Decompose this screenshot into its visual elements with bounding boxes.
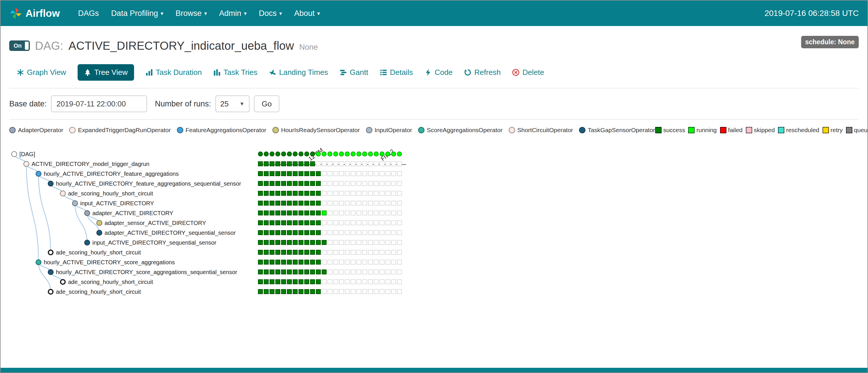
nav-docs[interactable]: Docs▾	[253, 1, 288, 26]
task-instance-cell[interactable]	[287, 279, 292, 284]
task-instance-cell[interactable]	[391, 289, 396, 294]
task-instance-cell[interactable]	[391, 201, 396, 206]
task-instance-cell[interactable]	[356, 240, 361, 245]
task-instance-cell[interactable]	[339, 270, 344, 274]
task-instance-cell[interactable]	[362, 230, 367, 235]
dag-run-indicator[interactable]	[339, 151, 344, 157]
nav-admin[interactable]: Admin▾	[213, 1, 253, 26]
task-instance-cell[interactable]	[316, 289, 321, 294]
task-instance-cell[interactable]	[333, 279, 338, 284]
task-instance-cell[interactable]	[362, 191, 367, 196]
task-instance-cell[interactable]	[379, 210, 384, 215]
task-instance-cell[interactable]	[316, 260, 321, 265]
task-instance-cell[interactable]	[385, 279, 390, 284]
nav-dags[interactable]: DAGs	[72, 1, 105, 26]
task-instance-cell[interactable]	[316, 161, 321, 166]
task-instance-cell[interactable]	[379, 230, 384, 235]
task-instance-cell[interactable]	[374, 161, 379, 166]
task-instance-cell[interactable]	[351, 260, 355, 265]
task-instance-cell[interactable]	[281, 171, 286, 176]
task-instance-cell[interactable]	[339, 210, 344, 215]
task-instance-cell[interactable]	[270, 210, 275, 215]
task-instance-cell[interactable]	[310, 230, 315, 235]
task-instance-cell[interactable]	[362, 201, 367, 206]
task-instance-cell[interactable]	[322, 181, 327, 186]
task-instance-cell[interactable]	[385, 240, 390, 245]
task-instance-cell[interactable]	[356, 181, 361, 186]
task-instance-cell[interactable]	[385, 220, 390, 225]
task-instance-cell[interactable]	[304, 161, 309, 166]
task-instance-cell[interactable]	[281, 260, 286, 265]
nav-browse[interactable]: Browse▾	[169, 1, 213, 26]
task-instance-cell[interactable]	[333, 210, 338, 215]
task-instance-cell[interactable]	[299, 279, 303, 284]
task-instance-cell[interactable]	[299, 250, 303, 255]
task-instance-cell[interactable]	[264, 171, 269, 176]
task-instance-cell[interactable]	[328, 260, 332, 265]
task-instance-cell[interactable]	[304, 240, 309, 245]
task-instance-cell[interactable]	[275, 171, 280, 176]
task-instance-cell[interactable]	[264, 260, 269, 265]
task-instance-cell[interactable]	[379, 191, 384, 196]
task-instance-cell[interactable]	[258, 210, 263, 215]
dag-run-indicator[interactable]	[351, 151, 355, 157]
task-instance-cell[interactable]	[351, 279, 355, 284]
task-instance-cell[interactable]	[281, 161, 286, 166]
task-instance-cell[interactable]	[333, 181, 338, 186]
task-instance-cell[interactable]	[356, 260, 361, 265]
dag-run-indicator[interactable]	[379, 151, 384, 157]
task-instance-cell[interactable]	[281, 191, 286, 196]
dag-run-indicator[interactable]	[322, 151, 327, 157]
task-instance-cell[interactable]	[351, 240, 355, 245]
task-instance-cell[interactable]	[299, 270, 303, 274]
task-instance-cell[interactable]	[328, 201, 332, 206]
task-instance-cell[interactable]	[345, 279, 350, 284]
task-instance-cell[interactable]	[281, 230, 286, 235]
task-instance-cell[interactable]	[270, 201, 275, 206]
tab-task-tries[interactable]: Task Tries	[213, 68, 257, 77]
task-instance-cell[interactable]	[345, 220, 350, 225]
task-instance-cell[interactable]	[362, 240, 367, 245]
task-instance-cell[interactable]	[264, 191, 269, 196]
task-instance-cell[interactable]	[281, 289, 286, 294]
tab-gantt[interactable]: Gantt	[340, 68, 368, 77]
task-instance-cell[interactable]	[385, 289, 390, 294]
task-instance-cell[interactable]	[304, 279, 309, 284]
dag-run-indicator[interactable]	[316, 151, 321, 157]
task-instance-cell[interactable]	[391, 270, 396, 274]
task-instance-cell[interactable]	[275, 201, 280, 206]
task-instance-cell[interactable]	[385, 230, 390, 235]
task-instance-cell[interactable]	[310, 171, 315, 176]
dag-run-indicator[interactable]	[368, 151, 373, 157]
task-instance-cell[interactable]	[351, 230, 355, 235]
task-instance-cell[interactable]	[293, 220, 298, 225]
task-instance-cell[interactable]	[270, 279, 275, 284]
task-instance-cell[interactable]	[287, 171, 292, 176]
task-instance-cell[interactable]	[379, 270, 384, 274]
task-instance-cell[interactable]	[275, 181, 280, 186]
task-instance-cell[interactable]	[328, 250, 332, 255]
task-instance-cell[interactable]	[345, 240, 350, 245]
task-instance-cell[interactable]	[322, 260, 327, 265]
task-instance-cell[interactable]	[362, 260, 367, 265]
task-instance-cell[interactable]	[304, 270, 309, 274]
task-instance-cell[interactable]	[339, 201, 344, 206]
task-instance-cell[interactable]	[287, 270, 292, 274]
task-instance-cell[interactable]	[339, 250, 344, 255]
task-instance-cell[interactable]	[287, 260, 292, 265]
task-node-circle[interactable]	[84, 210, 90, 216]
task-instance-cell[interactable]	[322, 161, 327, 166]
task-instance-cell[interactable]	[374, 201, 379, 206]
dag-run-indicator[interactable]	[310, 151, 315, 157]
task-instance-cell[interactable]	[368, 289, 373, 294]
dag-run-indicator[interactable]	[270, 151, 275, 157]
task-instance-cell[interactable]	[310, 270, 315, 274]
task-instance-cell[interactable]	[316, 171, 321, 176]
num-runs-select[interactable]: 25 ▼	[215, 95, 250, 112]
task-instance-cell[interactable]	[310, 260, 315, 265]
task-instance-cell[interactable]	[258, 191, 263, 196]
nav-data-profiling[interactable]: Data Profiling▾	[105, 1, 170, 26]
task-instance-cell[interactable]	[374, 220, 379, 225]
tab-code[interactable]: Code	[425, 68, 453, 77]
task-instance-cell[interactable]	[397, 191, 402, 196]
